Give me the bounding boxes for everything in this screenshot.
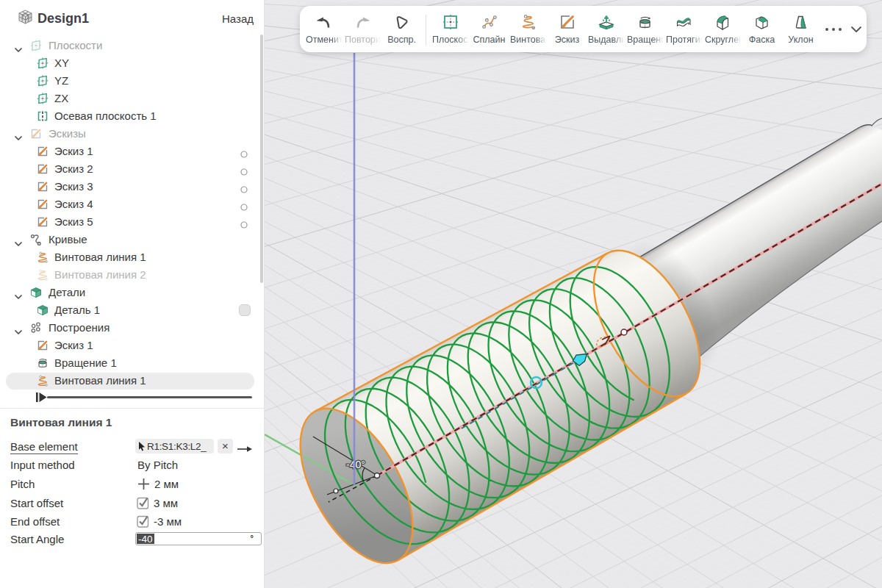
svg-text:-40°: -40°: [346, 459, 365, 470]
